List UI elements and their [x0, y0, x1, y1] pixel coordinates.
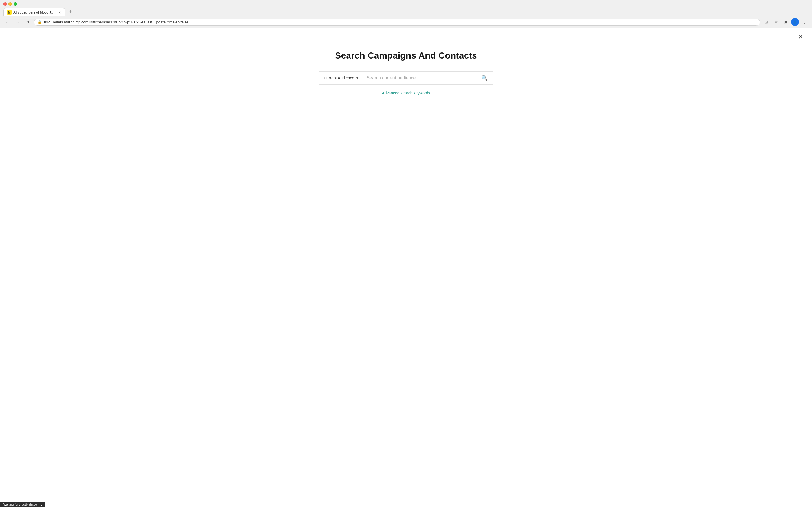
bookmark-button[interactable]: ☆ — [772, 18, 780, 26]
close-icon: ✕ — [798, 33, 803, 41]
search-input-wrapper: 🔍 — [363, 71, 493, 84]
active-tab[interactable]: M All subscribers of Mood Joy | M ✕ — [3, 8, 65, 16]
search-container: Search Campaigns And Contacts Current Au… — [313, 50, 499, 95]
minimize-window-button[interactable] — [8, 2, 12, 6]
tab-bar: M All subscribers of Mood Joy | M ✕ + — [0, 8, 812, 16]
chevron-down-icon: ▾ — [356, 76, 358, 80]
advanced-search-link[interactable]: Advanced search keywords — [382, 91, 430, 95]
url-bar[interactable]: 🔒 — [34, 18, 760, 25]
new-tab-button[interactable]: + — [66, 8, 74, 16]
close-button[interactable]: ✕ — [796, 33, 805, 41]
traffic-lights — [3, 2, 17, 6]
page-title: Search Campaigns And Contacts — [335, 50, 477, 61]
audience-dropdown[interactable]: Current Audience ▾ — [319, 71, 363, 84]
audience-label: Current Audience — [324, 76, 354, 80]
tab-favicon: M — [7, 10, 11, 15]
reading-mode-button[interactable]: ⊡ — [762, 18, 770, 26]
maximize-window-button[interactable] — [13, 2, 17, 6]
forward-button[interactable]: → — [13, 18, 21, 26]
tab-title: All subscribers of Mood Joy | M — [13, 10, 56, 14]
back-button[interactable]: ← — [3, 18, 11, 26]
menu-button[interactable]: ⋮ — [801, 18, 809, 26]
search-input[interactable] — [366, 71, 479, 84]
title-bar — [0, 0, 812, 8]
profile-button[interactable]: Incognito (2) 👤 — [791, 18, 799, 26]
search-bar: Current Audience ▾ 🔍 — [319, 71, 493, 85]
tab-close-button[interactable]: ✕ — [57, 10, 62, 15]
page-content: ✕ Search Campaigns And Contacts Current … — [0, 28, 812, 504]
close-window-button[interactable] — [3, 2, 7, 6]
search-icon: 🔍 — [481, 75, 488, 81]
address-bar-actions: ⊡ ☆ ▣ Incognito (2) 👤 ⋮ — [762, 18, 809, 26]
url-input[interactable] — [44, 20, 756, 24]
browser-chrome: M All subscribers of Mood Joy | M ✕ + ← … — [0, 0, 812, 28]
forward-icon: → — [15, 20, 19, 24]
lock-icon: 🔒 — [38, 20, 42, 24]
back-icon: ← — [5, 20, 9, 24]
status-bar: Waiting for tr.outbrain.com... — [0, 502, 45, 507]
address-bar: ← → ↻ 🔒 ⊡ ☆ ▣ Incognito (2) 👤 ⋮ — [0, 16, 812, 27]
refresh-button[interactable]: ↻ — [24, 18, 32, 26]
status-text: Waiting for tr.outbrain.com... — [3, 503, 42, 506]
refresh-icon: ↻ — [26, 20, 29, 24]
search-button[interactable]: 🔍 — [479, 73, 490, 83]
split-view-button[interactable]: ▣ — [781, 18, 790, 26]
